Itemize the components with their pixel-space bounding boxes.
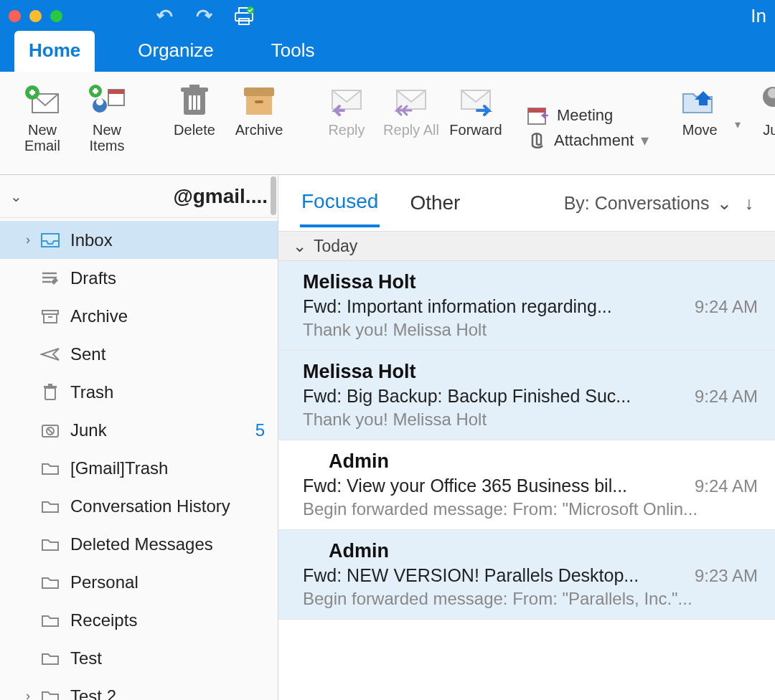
folder-deleted-messages[interactable]: Deleted Messages (0, 525, 278, 563)
sort-dropdown[interactable]: By: Conversations ⌄ ↓ (564, 193, 753, 214)
tab-organize[interactable]: Organize (123, 31, 228, 72)
quick-access-toolbar (156, 6, 255, 27)
attachment-button[interactable]: Attachment ▾ (527, 130, 649, 151)
sort-label: By: Conversations (564, 193, 710, 214)
section-today[interactable]: ⌄ Today (278, 231, 775, 261)
print-icon[interactable] (233, 6, 255, 27)
folder-label: Test (70, 648, 102, 668)
message-item[interactable]: Melissa HoltFwd: Big Backup: Backup Fini… (278, 351, 775, 440)
folder-label: Sent (70, 344, 105, 364)
reply-icon (327, 82, 367, 119)
section-label: Today (314, 237, 357, 256)
message-preview: Begin forwarded message: From: "Parallel… (303, 589, 758, 609)
svg-rect-22 (246, 96, 272, 115)
ribbon-tabs: Home Organize Tools (0, 32, 775, 72)
trash-icon (174, 82, 215, 119)
forward-button[interactable]: Forward (446, 79, 505, 138)
archive-button[interactable]: Archive (230, 79, 288, 138)
sent-icon (39, 347, 62, 361)
svg-rect-31 (44, 314, 57, 323)
svg-rect-21 (244, 88, 274, 96)
chevron-down-icon: ⌄ (717, 193, 732, 214)
archive-icon (39, 308, 62, 324)
close-window-button[interactable] (9, 10, 21, 22)
folder-label: Conversation History (70, 496, 230, 516)
folder-label: Drafts (70, 268, 116, 288)
archive-label: Archive (235, 122, 283, 138)
folder-icon (39, 651, 62, 666)
message-item[interactable]: Melissa HoltFwd: Important information r… (278, 261, 775, 351)
redo-icon[interactable] (194, 9, 213, 24)
maximize-window-button[interactable] (50, 10, 62, 22)
reply-button[interactable]: Reply (317, 79, 376, 138)
folder-archive[interactable]: Archive (0, 297, 278, 335)
move-label: Move (682, 122, 718, 138)
move-dropdown-icon[interactable]: ▾ (735, 118, 741, 131)
window-title: In (751, 5, 766, 27)
junk-icon (758, 82, 775, 119)
move-icon (680, 82, 720, 119)
meeting-button[interactable]: Meeting (527, 105, 649, 126)
folder-label: [Gmail]Trash (70, 458, 168, 478)
folder--gmail-trash[interactable]: [Gmail]Trash (0, 449, 278, 487)
account-row[interactable]: ⌄ @gmail.... (0, 175, 278, 218)
svg-rect-17 (189, 85, 199, 88)
undo-icon[interactable] (156, 9, 174, 24)
tab-other[interactable]: Other (408, 180, 461, 226)
message-time: 9:23 AM (695, 566, 758, 586)
folder-inbox[interactable]: ›Inbox (0, 221, 278, 259)
reply-all-label: Reply All (383, 122, 439, 138)
move-button[interactable]: Move (670, 79, 729, 138)
message-subject: Fwd: NEW VERSION! Parallels Desktop... (303, 565, 695, 586)
ribbon: New Email New Items Delete Archive Reply… (0, 72, 775, 175)
folder-test[interactable]: Test (0, 639, 278, 677)
folder-sent[interactable]: Sent (0, 335, 278, 373)
message-item[interactable]: AdminFwd: NEW VERSION! Parallels Desktop… (278, 530, 775, 620)
arrow-down-icon: ↓ (745, 193, 754, 214)
inbox-icon (39, 232, 62, 248)
message-item[interactable]: AdminFwd: View your Office 365 Business … (278, 440, 775, 530)
trash-icon (39, 384, 62, 401)
new-items-button[interactable]: New Items (78, 79, 136, 153)
folder-label: Deleted Messages (70, 534, 213, 554)
folder-icon (39, 613, 62, 628)
new-email-label: New Email (13, 122, 72, 153)
message-tabs: Focused Other By: Conversations ⌄ ↓ (278, 175, 775, 231)
svg-rect-20 (197, 95, 200, 110)
folder-junk[interactable]: Junk5 (0, 411, 278, 449)
chevron-down-icon: ⌄ (10, 188, 22, 205)
account-name: @gmail.... (173, 185, 268, 208)
folder-icon (39, 461, 62, 476)
folder-test-2[interactable]: ›Test 2 (0, 677, 278, 700)
folder-icon (39, 575, 62, 590)
message-time: 9:24 AM (695, 297, 758, 317)
chevron-down-icon: ⌄ (293, 237, 306, 256)
archive-icon (239, 82, 279, 119)
folder-conversation-history[interactable]: Conversation History (0, 487, 278, 525)
message-sender: Melissa Holt (303, 361, 758, 383)
junk-icon (39, 422, 62, 438)
folder-receipts[interactable]: Receipts (0, 601, 278, 639)
new-email-button[interactable]: New Email (13, 79, 72, 153)
message-sender: Admin (303, 450, 758, 473)
minimize-window-button[interactable] (29, 10, 42, 22)
tab-home[interactable]: Home (14, 31, 95, 72)
new-email-icon (22, 82, 62, 119)
tab-tools[interactable]: Tools (257, 31, 329, 72)
reply-all-button[interactable]: Reply All (382, 79, 441, 138)
svg-rect-19 (193, 95, 196, 110)
message-time: 9:24 AM (695, 476, 758, 496)
folder-personal[interactable]: Personal (0, 563, 278, 601)
reply-label: Reply (328, 122, 365, 138)
svg-rect-7 (31, 90, 34, 95)
folder-label: Personal (70, 572, 138, 592)
svg-rect-35 (48, 384, 52, 386)
scrollbar-thumb[interactable] (271, 176, 276, 215)
delete-button[interactable]: Delete (165, 79, 224, 138)
svg-rect-32 (48, 316, 52, 318)
folder-trash[interactable]: Trash (0, 373, 278, 411)
forward-icon (456, 82, 496, 119)
junk-button[interactable]: Junk (755, 79, 775, 138)
folder-drafts[interactable]: Drafts (0, 259, 278, 297)
tab-focused[interactable]: Focused (300, 179, 380, 227)
